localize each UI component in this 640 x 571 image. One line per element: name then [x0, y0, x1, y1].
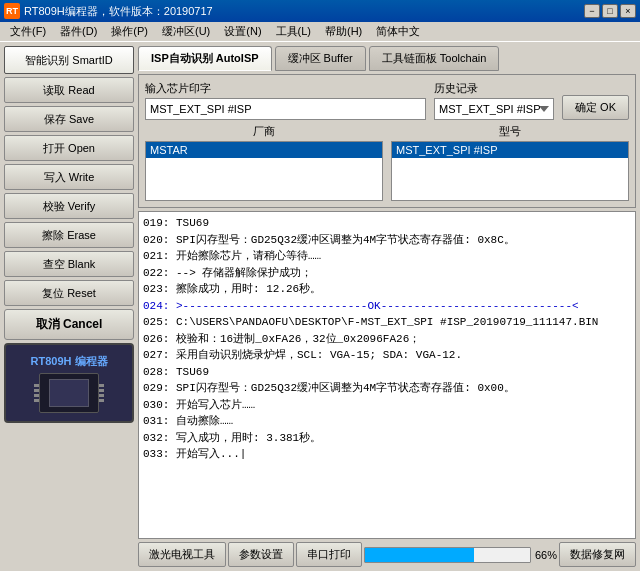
log-line: 020: SPI闪存型号：GD25Q32缓冲区调整为4M字节状态寄存器值: 0x… — [143, 232, 631, 249]
log-line: 019: TSU69 — [143, 215, 631, 232]
close-button[interactable]: × — [620, 4, 636, 18]
model-list[interactable]: MST_EXT_SPI #ISP — [391, 141, 629, 201]
log-line: 027: 采用自动识别烧录炉焊，SCL: VGA-15; SDA: VGA-12… — [143, 347, 631, 364]
log-line: 024: >----------------------------OK----… — [143, 298, 631, 315]
isp-panel: 输入芯片印字 历史记录 MST_EXT_SPI #ISP 确定 OK 厂商 MS… — [138, 74, 636, 208]
input-row: 输入芯片印字 历史记录 MST_EXT_SPI #ISP 确定 OK — [145, 81, 629, 120]
maximize-button[interactable]: □ — [602, 4, 618, 18]
progress-bar-container — [364, 547, 531, 563]
log-line: 032: 写入成功，用时: 3.381秒。 — [143, 430, 631, 447]
menu-language[interactable]: 简体中文 — [370, 22, 426, 41]
log-line: 028: TSU69 — [143, 364, 631, 381]
chip-input-group: 输入芯片印字 — [145, 81, 426, 120]
log-line: 030: 开始写入芯片…… — [143, 397, 631, 414]
erase-button[interactable]: 擦除 Erase — [4, 222, 134, 248]
read-button[interactable]: 读取 Read — [4, 77, 134, 103]
menu-tools[interactable]: 工具(L) — [270, 22, 317, 41]
menu-operation[interactable]: 操作(P) — [105, 22, 154, 41]
title-bar-left: RT RT809H编程器，软件版本：20190717 — [4, 3, 213, 19]
log-line: 033: 开始写入...| — [143, 446, 631, 463]
data-repair-button[interactable]: 数据修复网 — [559, 542, 636, 567]
params-button[interactable]: 参数设置 — [228, 542, 294, 567]
history-label: 历史记录 — [434, 81, 554, 96]
log-line: 022: --> 存储器解除保护成功； — [143, 265, 631, 282]
progress-bar-fill — [365, 548, 474, 562]
top-tabs: ISP自动识别 AutoISP 缓冲区 Buffer 工具链面板 Toolcha… — [138, 46, 636, 71]
menu-file[interactable]: 文件(F) — [4, 22, 52, 41]
tab-buffer[interactable]: 缓冲区 Buffer — [275, 46, 366, 71]
write-button[interactable]: 写入 Write — [4, 164, 134, 190]
tab-isp[interactable]: ISP自动识别 AutoISP — [138, 46, 272, 71]
progress-label: 66% — [535, 549, 557, 561]
cancel-button[interactable]: 取消 Cancel — [4, 309, 134, 340]
ok-button[interactable]: 确定 OK — [562, 95, 629, 120]
title-bar: RT RT809H编程器，软件版本：20190717 − □ × — [0, 0, 640, 22]
chip-graphic — [39, 373, 99, 413]
menu-bar: 文件(F) 器件(D) 操作(P) 缓冲区(U) 设置(N) 工具(L) 帮助(… — [0, 22, 640, 42]
left-sidebar: 智能识别 SmartID 读取 Read 保存 Save 打开 Open 写入 … — [4, 46, 134, 567]
model-item[interactable]: MST_EXT_SPI #ISP — [392, 142, 628, 158]
title-bar-buttons: − □ × — [584, 4, 636, 18]
main-area: 智能识别 SmartID 读取 Read 保存 Save 打开 Open 写入 … — [0, 42, 640, 571]
menu-settings[interactable]: 设置(N) — [218, 22, 267, 41]
chip-pins-right — [99, 384, 104, 402]
menu-device[interactable]: 器件(D) — [54, 22, 103, 41]
reset-button[interactable]: 复位 Reset — [4, 280, 134, 306]
vendor-list[interactable]: MSTAR — [145, 141, 383, 201]
chip-pins-left — [34, 384, 39, 402]
log-line: 026: 校验和：16进制_0xFA26，32位_0x2096FA26； — [143, 331, 631, 348]
blank-button[interactable]: 查空 Blank — [4, 251, 134, 277]
log-line: 021: 开始擦除芯片，请稍心等待…… — [143, 248, 631, 265]
laser-tv-button[interactable]: 激光电视工具 — [138, 542, 226, 567]
progress-area: 66% — [364, 547, 557, 563]
log-area[interactable]: 019: TSU69020: SPI闪存型号：GD25Q32缓冲区调整为4M字节… — [138, 211, 636, 539]
right-content: ISP自动识别 AutoISP 缓冲区 Buffer 工具链面板 Toolcha… — [138, 46, 636, 567]
log-line: 025: C:\USERS\PANDAOFU\DESKTOP\F-MST_EXT… — [143, 314, 631, 331]
bottom-toolbar: 激光电视工具 参数设置 串口打印 66% 数据修复网 — [138, 542, 636, 567]
device-image: RT809H 编程器 — [4, 343, 134, 423]
chip-input[interactable] — [145, 98, 426, 120]
log-line: 023: 擦除成功，用时: 12.26秒。 — [143, 281, 631, 298]
chip-body — [49, 379, 89, 407]
model-label: 型号 — [391, 124, 629, 139]
minimize-button[interactable]: − — [584, 4, 600, 18]
history-group: 历史记录 MST_EXT_SPI #ISP — [434, 81, 554, 120]
tab-toolchain[interactable]: 工具链面板 Toolchain — [369, 46, 500, 71]
app-icon: RT — [4, 3, 20, 19]
menu-buffer[interactable]: 缓冲区(U) — [156, 22, 216, 41]
device-label: RT809H 编程器 — [30, 354, 107, 369]
menu-help[interactable]: 帮助(H) — [319, 22, 368, 41]
chip-input-label: 输入芯片印字 — [145, 81, 426, 96]
log-line: 031: 自动擦除…… — [143, 413, 631, 430]
vendor-group: 厂商 MSTAR — [145, 124, 383, 201]
log-line: 029: SPI闪存型号：GD25Q32缓冲区调整为4M字节状态寄存器值: 0x… — [143, 380, 631, 397]
title-text: RT809H编程器，软件版本：20190717 — [24, 4, 213, 19]
vendor-label: 厂商 — [145, 124, 383, 139]
history-select[interactable]: MST_EXT_SPI #ISP — [434, 98, 554, 120]
model-group: 型号 MST_EXT_SPI #ISP — [391, 124, 629, 201]
open-button[interactable]: 打开 Open — [4, 135, 134, 161]
vendor-model-row: 厂商 MSTAR 型号 MST_EXT_SPI #ISP — [145, 124, 629, 201]
save-button[interactable]: 保存 Save — [4, 106, 134, 132]
verify-button[interactable]: 校验 Verify — [4, 193, 134, 219]
smart-id-tab[interactable]: 智能识别 SmartID — [4, 46, 134, 74]
serial-print-button[interactable]: 串口打印 — [296, 542, 362, 567]
vendor-item-mstar[interactable]: MSTAR — [146, 142, 382, 158]
